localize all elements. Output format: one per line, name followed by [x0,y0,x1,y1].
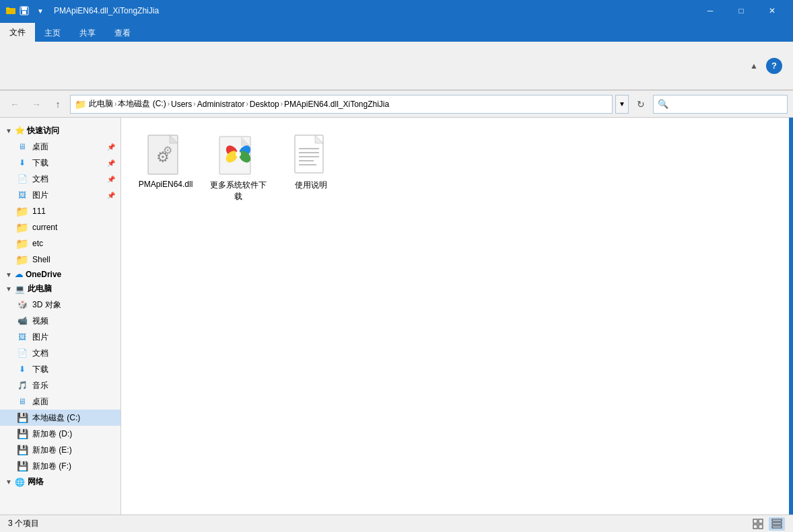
address-box[interactable]: 📁 此电脑 › 本地磁盘 (C:) › Users › Administrato… [70,95,613,114]
addr-seg-4: Desktop [250,100,279,109]
sidebar-item-pics[interactable]: 🖼 图片 📌 [0,187,120,203]
sidebar-item-docs-label: 文档 [32,174,48,185]
up-button[interactable]: ↑ [48,95,67,114]
onedrive-header[interactable]: ▼ ☁ OneDrive [0,268,120,281]
statusbar-right [750,517,785,531]
ribbon-expand-btn[interactable]: ▲ [745,56,763,75]
refresh-button[interactable]: ↻ [631,95,650,114]
quick-access-header[interactable]: ▼ ⭐ 快速访问 [0,123,120,139]
sidebar-item-etc-label: etc [32,239,43,248]
download-icon: ⬇ [16,157,28,169]
view-grid-button[interactable] [750,517,766,531]
onedrive-icon: ☁ [15,270,23,279]
address-dropdown[interactable]: ▼ [615,95,629,114]
ribbon-help-btn[interactable]: ? [766,58,782,74]
svg-rect-28 [753,525,757,529]
svg-point-17 [236,151,241,157]
svg-rect-4 [22,7,27,10]
pin-icon-download: 📌 [107,159,115,167]
sidebar-item-drive-c-label: 本地磁盘 (C:) [32,412,80,424]
onedrive-chevron: ▼ [5,271,12,278]
sidebar-item-3d-label: 3D 对象 [32,299,61,311]
close-button[interactable]: ✕ [757,0,788,22]
minimize-button[interactable]: ─ [695,0,726,22]
sidebar-item-111[interactable]: 📁 111 [0,203,120,219]
view-list-button[interactable] [769,517,785,531]
svg-rect-5 [22,11,26,14]
sidebar-item-current-label: current [32,223,57,232]
sidebar-item-download2[interactable]: ⬇ 下载 [0,361,120,377]
file-content: ⚙ ⚙ PMApiEN64.dll [121,118,789,515]
sidebar-item-download-label: 下载 [32,157,48,169]
sidebar-item-docs2-label: 文档 [32,348,48,359]
desktop-icon-2: 🖥 [16,395,28,408]
sidebar-item-111-label: 111 [32,206,46,216]
tab-file[interactable]: 文件 [0,23,35,42]
dll-file-label: PMApiEN64.dll [139,180,193,189]
disk-icon-e: 💾 [16,444,28,456]
svg-rect-27 [759,519,763,523]
sidebar-item-current[interactable]: 📁 current [0,219,120,235]
file-item-txt[interactable]: 使用说明 [277,128,345,208]
file-item-dll[interactable]: ⚙ ⚙ PMApiEN64.dll [132,128,199,208]
addr-seg-2: Users [171,100,192,109]
forward-button[interactable]: → [27,95,46,114]
sidebar-item-pics2[interactable]: 🖼 图片 [0,329,120,345]
threed-icon: 🎲 [16,299,28,311]
svg-rect-31 [772,523,782,525]
tab-view[interactable]: 查看 [105,24,140,42]
music-icon: 🎵 [16,379,28,391]
pinwheel-file-label: 更多系统软件下载 [207,180,269,202]
svg-rect-26 [753,519,757,523]
pc-icon: 💻 [15,284,25,294]
back-button[interactable]: ← [5,95,24,114]
sidebar-item-drive-f[interactable]: 💾 新加卷 (F:) [0,458,120,474]
sidebar-item-music[interactable]: 🎵 音乐 [0,377,120,393]
sidebar-item-etc[interactable]: 📁 etc [0,235,120,252]
sidebar-item-desktop2[interactable]: 🖥 桌面 [0,393,120,410]
svg-rect-32 [772,526,782,528]
disk-icon-c: 💾 [16,412,28,424]
svg-text:⚙: ⚙ [163,145,172,156]
txt-file-icon [289,134,333,177]
folder-icon-111: 📁 [16,205,28,217]
sidebar-item-drive-f-label: 新加卷 (F:) [32,461,71,472]
sidebar-item-desktop2-label: 桌面 [32,396,48,408]
tab-home[interactable]: 主页 [35,24,70,42]
sidebar-item-desktop[interactable]: 🖥 桌面 📌 [0,139,120,155]
tab-share[interactable]: 共享 [70,24,105,42]
titlebar-icons [5,5,30,16]
pin-icon-pics: 📌 [107,192,115,199]
pin-icon-desktop: 📌 [107,143,115,151]
network-header[interactable]: ▼ 🌐 网络 [0,474,120,490]
network-label: 网络 [28,476,44,488]
file-item-pinwheel[interactable]: 更多系统软件下载 [205,128,272,208]
titlebar: ▼ PMApiEN64.dll_XiTongZhiJia ─ □ ✕ [0,0,793,22]
this-pc-header[interactable]: ▼ 💻 此电脑 [0,281,120,297]
sidebar-item-drive-e[interactable]: 💾 新加卷 (E:) [0,442,120,458]
titlebar-title: PMApiEN64.dll_XiTongZhiJia [51,6,691,15]
titlebar-dropdown[interactable]: ▼ [34,4,47,17]
sidebar-item-docs2[interactable]: 📄 文档 [0,345,120,361]
search-box[interactable]: 🔍 [653,95,788,114]
sidebar-item-video-label: 视频 [32,315,48,327]
network-chevron: ▼ [5,478,12,486]
sidebar-item-video[interactable]: 📹 视频 [0,313,120,329]
pic-icon-2: 🖼 [16,331,28,343]
maximize-button[interactable]: □ [726,0,757,22]
addr-seg-3: Administrator [197,100,245,109]
quick-access-chevron: ▼ [5,127,12,135]
pinwheel-file-icon [217,134,260,177]
sidebar-item-3d[interactable]: 🎲 3D 对象 [0,297,120,313]
folder-icon-etc: 📁 [16,237,28,250]
addressbar: ← → ↑ 📁 此电脑 › 本地磁盘 (C:) › Users › Admini… [0,91,793,118]
sidebar-item-desktop-label: 桌面 [32,141,48,153]
search-input[interactable] [671,100,783,109]
sidebar-item-drive-d[interactable]: 💾 新加卷 (D:) [0,426,120,442]
desktop-icon: 🖥 [16,141,28,153]
sidebar-item-docs[interactable]: 📄 文档 📌 [0,171,120,187]
sidebar-item-shell[interactable]: 📁 Shell [0,252,120,268]
sidebar-item-drive-c[interactable]: 💾 本地磁盘 (C:) [0,410,120,426]
this-pc-label: 此电脑 [28,283,52,295]
sidebar-item-download[interactable]: ⬇ 下载 📌 [0,155,120,171]
